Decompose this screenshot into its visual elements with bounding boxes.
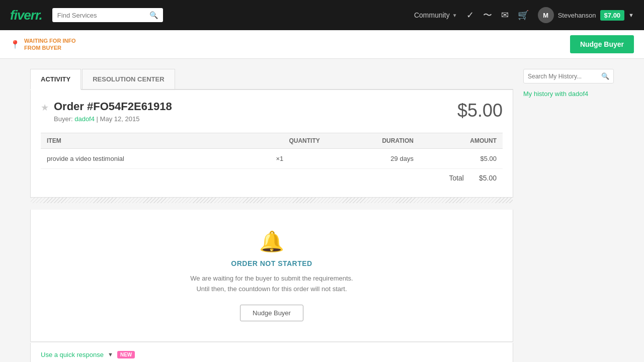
tab-activity[interactable]: ACTIVITY [30,69,81,90]
total-label: Total [449,174,464,182]
header-nav: Community ▼ ✓ 〜 ✉ 🛒 M Stevehanson $7.00 … [414,7,634,23]
col-quantity: QUANTITY [233,133,326,149]
avatar-initial: M [543,12,548,19]
bell-icon: 🔔 [41,230,503,253]
chevron-down-icon: ▼ [452,13,457,18]
quick-response-chevron-icon: ▼ [108,351,113,357]
table-row: provide a video testimonial ×1 29 days $… [41,149,503,169]
order-header: ★ Order #FO54F2E61918 Buyer: dadof4 | Ma… [41,100,503,123]
buyer-label: Buyer: [54,115,73,123]
balance-badge[interactable]: $7.00 [600,10,625,21]
main-container: ACTIVITY RESOLUTION CENTER ★ Order #FO54… [20,69,624,362]
order-date: May 12, 2015 [100,115,140,123]
total-row: Total $5.00 [41,169,503,187]
new-badge: NEW [117,351,135,358]
status-line1: WAITING FOR INFO [24,37,76,44]
order-title-section: ★ Order #FO54F2E61918 Buyer: dadof4 | Ma… [41,100,172,123]
sidebar: 🔍 My history with dadof4 [523,69,614,362]
order-status-title: ORDER NOT STARTED [41,259,503,267]
tabs: ACTIVITY RESOLUTION CENTER [30,69,513,90]
search-icon: 🔍 [149,11,158,19]
favorite-star-icon[interactable]: ★ [41,102,49,113]
order-price: $5.00 [457,100,503,121]
username[interactable]: Stevehanson [558,12,596,19]
order-status-section: 🔔 ORDER NOT STARTED We are waiting for t… [30,210,513,342]
item-quantity: ×1 [233,149,326,169]
content-area: ACTIVITY RESOLUTION CENTER ★ Order #FO54… [30,69,513,362]
user-section: M Stevehanson $7.00 ▼ [538,7,634,23]
meta-separator: | [97,115,100,123]
analytics-icon[interactable]: 〜 [483,9,492,21]
order-title: Order #FO54F2E61918 [54,100,172,113]
quick-response-header: Use a quick response ▼ NEW [41,351,503,358]
community-label: Community [414,11,450,19]
item-amount: $5.00 [420,149,503,169]
nudge-buyer-top-button[interactable]: Nudge Buyer [570,35,634,53]
order-meta: Buyer: dadof4 | May 12, 2015 [54,115,172,123]
messages-icon[interactable]: ✉ [501,10,509,21]
pin-icon: 📍 [10,40,20,49]
buyer-link[interactable]: dadof4 [74,115,95,123]
user-menu-chevron-icon[interactable]: ▼ [628,12,634,18]
col-item: ITEM [41,133,233,149]
col-amount: AMOUNT [420,133,503,149]
search-input[interactable] [57,12,146,19]
tab-resolution-center[interactable]: RESOLUTION CENTER [82,69,175,89]
header: fiverr. 🔍 Community ▼ ✓ 〜 ✉ 🛒 M Stevehan… [0,0,644,30]
search-bar[interactable]: 🔍 [52,8,163,22]
history-search-input[interactable] [528,73,598,80]
avatar: M [538,7,554,23]
status-desc-line2: Until then, the countdown for this order… [196,285,347,293]
checkmark-icon[interactable]: ✓ [466,10,474,21]
sidebar-search[interactable]: 🔍 [523,69,614,83]
order-table: ITEM QUANTITY DURATION AMOUNT provide a … [41,133,503,169]
item-duration: 29 days [326,149,420,169]
sidebar-search-icon: 🔍 [601,72,609,80]
quick-response-link[interactable]: Use a quick response [41,351,104,358]
community-button[interactable]: Community ▼ [414,11,457,19]
order-card: ★ Order #FO54F2E61918 Buyer: dadof4 | Ma… [30,90,513,198]
nudge-buyer-main-button[interactable]: Nudge Buyer [240,305,303,321]
status-description: We are waiting for the buyer to submit t… [41,274,503,295]
total-amount: $5.00 [479,174,497,182]
item-name: provide a video testimonial [41,149,233,169]
cart-icon[interactable]: 🛒 [518,10,529,21]
quick-response-section: Use a quick response ▼ NEW [30,343,513,362]
status-text: WAITING FOR INFO FROM BUYER [24,37,76,52]
status-line2: FROM BUYER [24,44,76,51]
status-left: 📍 WAITING FOR INFO FROM BUYER [10,37,76,52]
col-duration: DURATION [326,133,420,149]
order-title-block: Order #FO54F2E61918 Buyer: dadof4 | May … [54,100,172,123]
my-history-link[interactable]: My history with dadof4 [523,90,588,98]
status-bar: 📍 WAITING FOR INFO FROM BUYER Nudge Buye… [0,30,644,59]
status-desc-line1: We are waiting for the buyer to submit t… [190,275,353,282]
logo[interactable]: fiverr. [10,8,42,23]
